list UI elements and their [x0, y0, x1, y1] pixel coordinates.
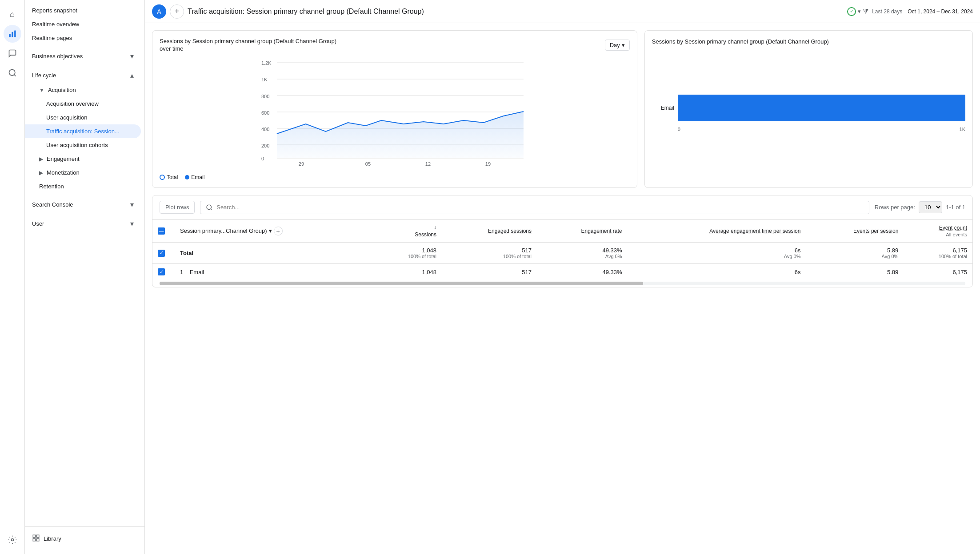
business-objectives-header[interactable]: Business objectives ▾ [25, 48, 141, 64]
search-console-header[interactable]: Search Console ▾ [25, 197, 141, 212]
rows-per-page-label: Rows per page: [875, 204, 915, 211]
search-icon [206, 204, 213, 211]
day-selector[interactable]: Day ▾ [605, 40, 630, 51]
avg-engagement-header-stack: Average engagement time per session [633, 228, 801, 234]
svg-text:19: 19 [485, 161, 491, 167]
comment-icon[interactable] [4, 44, 21, 62]
total-events-per-session-cell: 5.89 Avg 0% [806, 242, 904, 263]
life-cycle-section: Life cycle ▴ ▼ Acquisition Acquisition o… [25, 68, 144, 197]
total-label-cell: Total [175, 242, 373, 263]
traffic-acquisition-label: Traffic acquisition: Session... [46, 128, 120, 135]
dropdown-arrow-icon[interactable]: ▾ [858, 8, 861, 15]
bar-x-0: 0 [678, 127, 680, 132]
user-acquisition-cohorts-label: User acquisition cohorts [46, 142, 108, 148]
svg-text:600: 600 [261, 110, 269, 116]
engaged-sessions-header-stack: Engaged sessions [447, 228, 532, 234]
row1-event-count-cell: 6,175 [904, 263, 972, 280]
search-nav-icon[interactable] [4, 64, 21, 82]
acquisition-overview-nav[interactable]: Acquisition overview [25, 97, 141, 111]
plot-rows-button[interactable]: Plot rows [160, 201, 195, 214]
rows-per-page-select[interactable]: 10 25 50 [919, 201, 942, 213]
home-icon[interactable]: ⌂ [4, 5, 21, 23]
bar-container [678, 95, 965, 121]
filter-icon[interactable]: ⧩ [863, 8, 868, 16]
table-toolbar: Plot rows Rows per page: 10 25 50 1-1 of… [152, 195, 972, 220]
th-engaged-sessions: Engaged sessions [442, 220, 537, 243]
total-checkbox[interactable]: ✓ [158, 250, 165, 257]
settings-icon[interactable] [4, 531, 21, 549]
legend-email-icon [185, 175, 189, 179]
row1-engaged-sessions-value: 517 [522, 269, 532, 275]
row1-checkbox[interactable]: ✓ [158, 268, 165, 275]
table-header-row: — Session primary...Channel Group) ▾ + [152, 220, 972, 243]
col-group-button[interactable]: Session primary...Channel Group) ▾ + [180, 227, 368, 235]
line-chart-svg: 1.2K 1K 800 600 400 200 0 [160, 58, 630, 169]
line-chart-title: Sessions by Session primary channel grou… [160, 38, 337, 53]
event-count-label: Event count [939, 225, 967, 231]
report-title: Traffic acquisition: Session primary cha… [188, 8, 844, 16]
add-dimension-button[interactable]: + [274, 227, 283, 235]
header-checkbox[interactable]: — [158, 227, 165, 235]
user-label: User [32, 220, 44, 227]
svg-point-3 [9, 70, 15, 76]
library-nav[interactable]: Library [25, 530, 144, 547]
life-cycle-chevron: ▴ [130, 71, 134, 80]
events-per-session-header-stack: Events per session [811, 228, 898, 234]
svg-text:1K: 1K [261, 77, 268, 82]
row1-avg-engagement-time-value: 6s [795, 269, 801, 275]
total-event-count-sub: 100% of total [909, 254, 967, 259]
analytics-icon[interactable] [4, 25, 21, 43]
add-button[interactable]: + [170, 4, 184, 19]
life-cycle-header[interactable]: Life cycle ▴ [25, 68, 141, 83]
acquisition-nav[interactable]: ▼ Acquisition [25, 83, 141, 97]
row1-events-per-session-value: 5.89 [887, 269, 898, 275]
user-acquisition-nav[interactable]: User acquisition [25, 111, 141, 124]
event-count-header-stack: Event count All events [909, 225, 967, 237]
table-row: ✓ 1 Email 1,048 517 [152, 263, 972, 280]
traffic-acquisition-nav[interactable]: Traffic acquisition: Session... [25, 124, 141, 138]
monetization-nav[interactable]: ▶ Monetization [25, 166, 141, 179]
user-acquisition-cohorts-nav[interactable]: User acquisition cohorts [25, 138, 141, 152]
svg-rect-6 [33, 535, 35, 537]
reports-snapshot-nav[interactable]: Reports snapshot [25, 4, 141, 17]
svg-line-30 [211, 209, 212, 210]
scrollbar-area[interactable] [160, 282, 965, 285]
business-objectives-label: Business objectives [32, 53, 83, 60]
total-sessions-sub: 100% of total [378, 254, 436, 259]
engagement-expand-icon: ▶ [39, 156, 43, 162]
total-label: Total [180, 250, 193, 256]
bar-chart-area: Email 0 1K [652, 64, 965, 162]
chart-legend: Total Email [160, 174, 630, 180]
total-engagement-rate-value: 49.33% [542, 247, 622, 254]
last-days: Last 28 days [872, 8, 902, 15]
retention-nav[interactable]: Retention [25, 179, 141, 193]
engagement-rate-header-stack: Engagement rate [542, 228, 622, 234]
monetization-expand-icon: ▶ [39, 170, 43, 176]
realtime-pages-nav[interactable]: Realtime pages [25, 31, 141, 45]
total-event-count-cell: 6,175 100% of total [904, 242, 972, 263]
legend-total: Total [160, 174, 178, 180]
realtime-overview-nav[interactable]: Realtime overview [25, 17, 141, 31]
svg-text:400: 400 [261, 127, 269, 132]
life-cycle-label: Life cycle [32, 72, 56, 79]
engagement-nav[interactable]: ▶ Engagement [25, 152, 141, 166]
user-header[interactable]: User ▾ [25, 216, 141, 231]
th-events-per-session: Events per session [806, 220, 904, 243]
library-label: Library [44, 535, 61, 542]
acquisition-expand-icon: ▼ [39, 87, 44, 93]
status-check-icon[interactable]: ✓ [847, 7, 856, 16]
search-console-section: Search Console ▾ [25, 197, 144, 216]
realtime-overview-label: Realtime overview [32, 21, 79, 28]
row1-sessions-value: 1,048 [422, 269, 436, 275]
svg-text:29: 29 [299, 161, 304, 167]
topbar: A + Traffic acquisition: Session primary… [145, 0, 980, 23]
realtime-pages-label: Realtime pages [32, 35, 72, 41]
nav-sidebar: Reports snapshot Realtime overview Realt… [25, 0, 145, 554]
legend-total-label: Total [167, 174, 178, 180]
line-chart-container: 1.2K 1K 800 600 400 200 0 [160, 58, 630, 171]
scrollbar-thumb[interactable] [160, 282, 643, 285]
avatar[interactable]: A [152, 4, 166, 19]
search-input[interactable] [216, 204, 864, 211]
bar-chart-card: Sessions by Session primary channel grou… [644, 30, 973, 188]
svg-point-5 [11, 539, 13, 541]
